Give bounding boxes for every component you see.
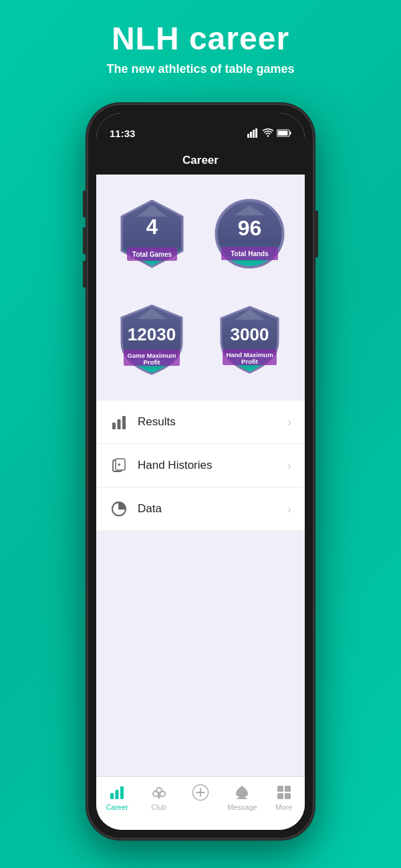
results-label: Results	[138, 415, 176, 429]
data-chevron: ›	[287, 502, 291, 516]
menu-item-hand-histories[interactable]: ♠ Hand Histories ›	[96, 444, 305, 487]
bar-chart-tab-icon	[108, 784, 126, 801]
shield-small-badge: 3000 Hand Maximum Profit	[211, 300, 288, 377]
svg-rect-0	[247, 134, 249, 138]
svg-text:3000: 3000	[230, 324, 269, 344]
plus-circle-icon	[192, 784, 209, 801]
header-section: NLH career The new athletics of table ga…	[0, 20, 401, 76]
tab-club[interactable]: Club	[138, 784, 179, 811]
svg-rect-41	[158, 795, 160, 798]
svg-text:12030: 12030	[128, 324, 176, 344]
svg-text:96: 96	[237, 216, 261, 240]
page-subtitle: The new athletics of table games	[0, 62, 401, 76]
svg-text:Profit: Profit	[241, 358, 259, 365]
svg-rect-30	[122, 416, 126, 429]
tab-club-label: Club	[151, 803, 166, 811]
nav-title: Career	[182, 154, 219, 167]
phone-shell: 11:33	[87, 104, 314, 839]
pie-chart-icon	[110, 500, 128, 518]
svg-rect-2	[253, 130, 255, 138]
grid-icon	[275, 784, 293, 801]
page-title: NLH career	[0, 20, 401, 57]
stat-hand-max-profit: 3000 Hand Maximum Profit	[205, 290, 294, 387]
tab-career-label: Career	[106, 803, 128, 811]
nav-bar: Career	[96, 146, 305, 175]
svg-rect-37	[120, 786, 124, 799]
data-label: Data	[138, 502, 162, 516]
tab-more[interactable]: More	[263, 784, 305, 811]
menu-item-results[interactable]: Results ›	[96, 401, 305, 444]
main-content: 4 Total Games	[96, 175, 305, 830]
shield-large-badge: 12030 Game Maximum Profit	[112, 299, 192, 379]
menu-item-data-left: Data	[110, 500, 162, 518]
circle-badge: 96 Total Hands	[211, 195, 288, 272]
menu-item-hand-histories-left: ♠ Hand Histories	[110, 456, 213, 475]
svg-rect-28	[112, 423, 116, 429]
svg-rect-6	[290, 132, 291, 135]
svg-point-40	[160, 791, 165, 796]
signal-icon	[247, 128, 259, 138]
bar-chart-icon	[110, 413, 128, 431]
stats-grid: 4 Total Games	[96, 175, 305, 398]
stat-total-hands: 96 Total Hands	[205, 185, 294, 282]
svg-rect-3	[255, 128, 257, 138]
stat-game-max-profit: 12030 Game Maximum Profit	[107, 290, 196, 387]
notch	[160, 113, 241, 132]
svg-rect-47	[277, 793, 283, 799]
svg-point-39	[153, 791, 158, 796]
tab-career[interactable]: Career	[96, 784, 138, 811]
tab-message-label: Message	[227, 803, 257, 811]
tab-message[interactable]: Message	[221, 784, 263, 811]
status-time: 11:33	[110, 128, 135, 139]
menu-item-results-left: Results	[110, 413, 176, 431]
svg-text:4: 4	[146, 215, 158, 239]
status-bar: 11:33	[96, 113, 305, 146]
svg-text:Profit: Profit	[144, 358, 161, 366]
svg-text:Total Games: Total Games	[132, 251, 172, 258]
svg-point-4	[267, 135, 269, 136]
spade-icon	[233, 784, 251, 801]
stat-total-games: 4 Total Games	[107, 185, 196, 282]
tab-bar: Career Club	[96, 776, 305, 830]
hand-histories-chevron: ›	[287, 459, 291, 473]
svg-rect-36	[116, 790, 119, 799]
hexagon-badge: 4 Total Games	[114, 195, 190, 272]
phone-mockup: 11:33	[87, 104, 314, 839]
svg-rect-46	[285, 786, 291, 792]
svg-rect-1	[250, 132, 252, 138]
tab-add[interactable]	[180, 784, 221, 801]
svg-rect-48	[285, 793, 291, 799]
wifi-icon	[263, 128, 273, 138]
svg-rect-45	[277, 786, 283, 792]
status-icons	[247, 128, 291, 138]
svg-rect-35	[110, 793, 114, 799]
phone-screen: 11:33	[96, 113, 305, 830]
cards-icon: ♠	[110, 456, 128, 475]
hand-histories-label: Hand Histories	[138, 459, 213, 472]
results-chevron: ›	[287, 415, 291, 429]
club-icon	[150, 784, 168, 801]
tab-more-label: More	[275, 803, 292, 811]
svg-rect-7	[278, 131, 288, 136]
menu-section: Results › ♠	[96, 401, 305, 530]
menu-item-data[interactable]: Data ›	[96, 487, 305, 530]
svg-rect-29	[118, 419, 121, 429]
svg-text:Total Hands: Total Hands	[231, 250, 269, 257]
battery-icon	[277, 129, 291, 137]
